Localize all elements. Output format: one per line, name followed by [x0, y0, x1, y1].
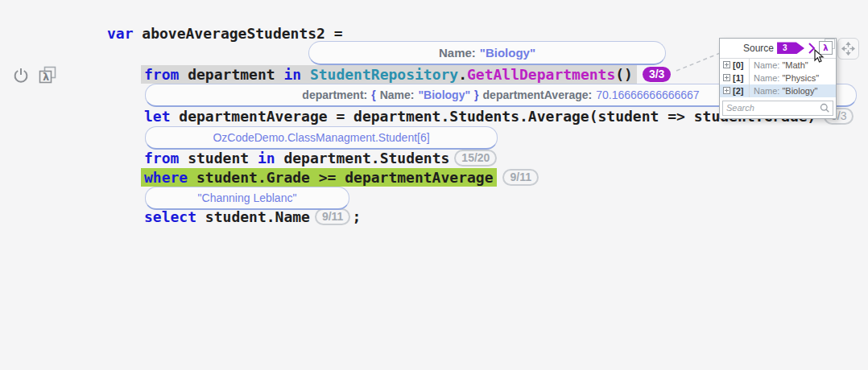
code-text	[301, 66, 310, 83]
keyword-var: var	[107, 25, 134, 42]
code-text: ()	[615, 66, 633, 83]
hud-bubble-department-name[interactable]: Name: "Biology"	[308, 41, 666, 65]
hud-bubble-students-collection[interactable]: OzCodeDemo.ClassManagment.Student[6]	[145, 126, 498, 150]
power-icon[interactable]	[11, 66, 31, 85]
expand-plus-icon[interactable]	[723, 87, 730, 94]
svg-text:λ: λ	[43, 71, 49, 83]
bubble-value: OzCodeDemo.ClassManagment.Student[6]	[213, 131, 429, 144]
row-index: [0]	[733, 60, 749, 70]
bubble-label: department:	[302, 88, 367, 101]
row-label: Name:	[754, 86, 779, 96]
row-value: "Physics"	[782, 73, 819, 83]
row-label: Name:	[754, 73, 779, 83]
bubble-value: "Channing Leblanc"	[198, 191, 297, 204]
brace-close: }	[474, 88, 478, 101]
method-get-all-departments: GetAllDepartments	[467, 66, 615, 83]
popup-search-box	[722, 101, 833, 116]
iteration-badge-active[interactable]: 3/3	[643, 67, 671, 82]
bubble-label: Name:	[380, 88, 415, 101]
code-text: aboveAverageStudents2 =	[134, 25, 343, 42]
row-label: Name:	[754, 60, 779, 70]
iteration-badge[interactable]: 9/11	[502, 169, 538, 186]
keyword-let: let	[144, 108, 171, 125]
code-line-from-departments[interactable]: from department in StudentRepository.Get…	[144, 64, 671, 84]
bubble-value: 70.16666666666667	[596, 88, 699, 101]
keyword-where: where	[144, 169, 188, 186]
source-item-physics[interactable]: [1] Name:"Physics"	[720, 72, 836, 84]
hud-bubble-student-name[interactable]: "Channing Leblanc"	[145, 187, 349, 210]
keyword-from: from	[144, 150, 179, 166]
keyword-from: from	[144, 66, 179, 83]
code-line-from-students[interactable]: from student in department.Students 15/2…	[144, 148, 497, 167]
source-item-biology[interactable]: [2] Name:"Biology"	[720, 84, 836, 97]
move-handle-icon	[841, 42, 855, 56]
code-text: department.Students	[275, 150, 450, 166]
code-line-let-average[interactable]: let departmentAverage = department.Stude…	[144, 106, 816, 125]
semicolon: ;	[352, 208, 361, 225]
execution-highlight: from department in StudentRepository.Get…	[141, 65, 637, 84]
ozcode-linq-debug-view: λ var aboveAverageStudents2 = Name: "Bio…	[0, 0, 868, 370]
popup-title: Source	[743, 43, 774, 54]
count-arrow-badge[interactable]: 3	[777, 42, 804, 54]
bubble-label: departmentAverage:	[483, 88, 593, 101]
keyword-select: select	[144, 208, 196, 225]
iteration-badge[interactable]: 9/11	[315, 208, 350, 225]
keyword-in: in	[283, 66, 301, 83]
search-input[interactable]	[723, 103, 820, 113]
row-value: "Math"	[782, 60, 808, 70]
row-index: [1]	[733, 73, 749, 83]
code-text: student.Grade >= departmentAverage	[188, 169, 493, 186]
code-text: student.Name	[196, 208, 310, 225]
bubble-value: "Biology"	[480, 46, 535, 60]
code-line-where-clause[interactable]: where student.Grade >= departmentAverage…	[144, 167, 539, 187]
where-highlight: where student.Grade >= departmentAverage	[141, 168, 497, 187]
code-text: department	[179, 66, 283, 83]
code-text: student	[179, 150, 258, 166]
lambda-window-icon[interactable]: λ	[37, 65, 58, 86]
row-index: [2]	[733, 86, 749, 96]
expand-plus-icon[interactable]	[723, 61, 730, 68]
row-value: "Biology"	[782, 86, 817, 96]
popup-move-handle[interactable]	[837, 38, 859, 60]
type-student-repository: StudentRepository	[310, 66, 458, 83]
popup-row-list: [0] Name:"Math" [1] Name:"Physics" [2] N…	[720, 58, 836, 97]
expand-plus-icon[interactable]	[723, 74, 730, 81]
brace-open: {	[371, 88, 375, 101]
mouse-cursor	[813, 49, 825, 64]
keyword-in: in	[258, 150, 275, 166]
code-text: .	[458, 66, 467, 83]
code-line-var-declaration[interactable]: var aboveAverageStudents2 =	[107, 23, 343, 43]
iteration-badge[interactable]: 15/20	[454, 150, 497, 166]
search-icon	[820, 103, 830, 113]
bubble-label: Name:	[439, 46, 476, 60]
bubble-value: "Biology"	[418, 88, 470, 101]
